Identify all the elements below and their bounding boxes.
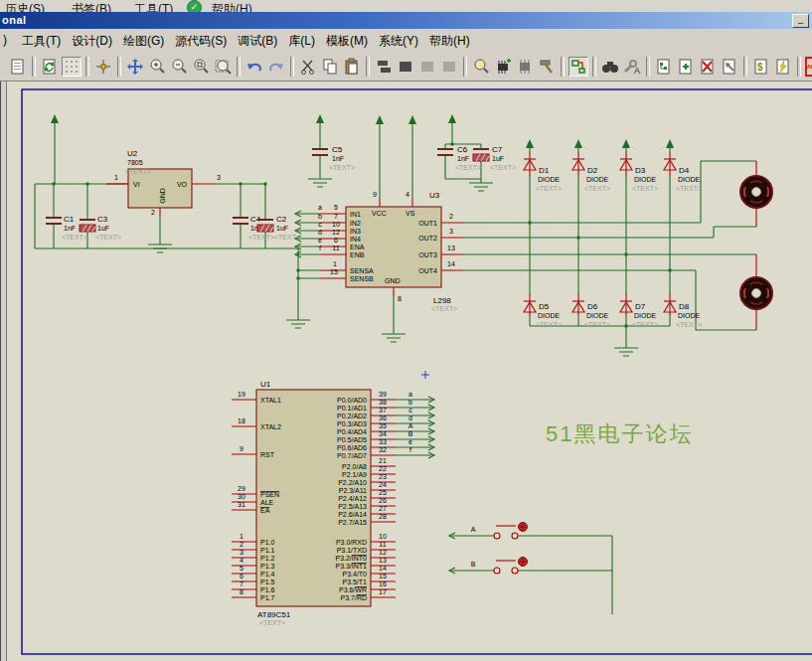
pin-name: IN3 — [350, 228, 361, 235]
goto-sheet-icon[interactable] — [720, 57, 739, 77]
pin-number: 2 — [449, 213, 453, 220]
power-arrow-icon[interactable] — [316, 114, 324, 126]
capacitor-icon[interactable] — [80, 220, 95, 232]
copy-icon[interactable] — [320, 57, 340, 77]
motor-icon[interactable] — [740, 277, 772, 309]
remove-sheet-icon[interactable] — [698, 57, 718, 77]
block-rotate-icon — [417, 57, 437, 77]
power-arrow-icon[interactable] — [51, 114, 59, 126]
menu-library[interactable]: 库(L) — [288, 33, 315, 50]
block-move-icon[interactable] — [396, 57, 415, 77]
capacitor-icon[interactable] — [46, 218, 62, 224]
pin-name: P0.7/AD7 — [337, 452, 367, 459]
property-assignment-icon[interactable]: A — [622, 57, 642, 77]
zoom-in-icon[interactable] — [147, 57, 167, 77]
cut-icon[interactable] — [298, 57, 318, 77]
wire-autorouter-icon[interactable] — [568, 57, 588, 77]
pick-device-icon[interactable] — [471, 57, 491, 77]
ref-label: D7 — [635, 302, 646, 311]
bill-of-materials-icon[interactable]: $ — [751, 57, 771, 77]
ground-icon[interactable] — [286, 320, 310, 328]
menu-design[interactable]: 设计(D) — [72, 33, 112, 50]
block-copy-icon[interactable] — [374, 57, 394, 77]
menu-tools[interactable]: 工具(T) — [22, 33, 61, 50]
menu-graph[interactable]: 绘图(G) — [123, 33, 164, 50]
motors[interactable] — [740, 176, 772, 309]
capacitor-icon[interactable] — [233, 218, 248, 224]
origin-icon[interactable] — [93, 57, 113, 77]
power-arrow-icon[interactable] — [526, 139, 534, 151]
zoom-all-icon[interactable] — [191, 57, 211, 77]
power-arrow-icon[interactable] — [574, 139, 582, 151]
diodes[interactable]: D1 DIODE <TEXT> D2 DIODE <TEXT> D3 DIODE… — [524, 159, 702, 328]
proteus-isis-window: 历史(S) 书签(B) 工具(T) 帮助(H) ✓ onal _ ) 工具(T)… — [0, 0, 812, 661]
menu-item-cut-fragment[interactable]: ) — [3, 33, 7, 47]
power-arrow-icon[interactable] — [622, 139, 630, 151]
make-device-icon[interactable] — [493, 57, 513, 77]
paste-icon[interactable] — [342, 57, 362, 77]
power-arrow-icon[interactable] — [376, 115, 384, 127]
zoom-out-icon[interactable] — [169, 57, 189, 77]
new-sheet-icon[interactable] — [676, 57, 696, 77]
zoom-area-icon[interactable] — [213, 57, 233, 77]
pin-name: P2.3/A11 — [339, 487, 367, 494]
component-c5[interactable]: C5 1nF <TEXT> — [312, 145, 355, 171]
net-label: f — [409, 446, 411, 453]
component-u3-l298[interactable]: U3 L298 <TEXT> VCC VS 9 4 GND 8 a 5 IN1 … — [318, 191, 457, 312]
ground-icon[interactable] — [614, 348, 638, 356]
pan-icon[interactable] — [125, 57, 145, 77]
title-bar[interactable]: onal _ — [0, 12, 812, 29]
browser-menu-tools[interactable]: 工具(T) — [134, 1, 173, 12]
power-arrow-icon[interactable] — [666, 139, 674, 151]
schematic-canvas[interactable]: U2 7805 <TEXT> VI VO GND 1 3 2 C1 1nF <T… — [0, 82, 812, 661]
packaging-tool-icon[interactable] — [515, 57, 535, 77]
capacitor-icon[interactable] — [312, 149, 328, 155]
pin-name: ALE — [260, 499, 274, 506]
browser-menu-bookmarks[interactable]: 书签(B) — [72, 1, 111, 12]
decompose-icon[interactable] — [537, 57, 557, 77]
redo-icon[interactable] — [266, 57, 286, 77]
pin-name: IN1 — [350, 211, 361, 218]
menu-debug[interactable]: 调试(B) — [238, 33, 277, 50]
schematic-sheet[interactable]: U2 7805 <TEXT> VI VO GND 1 3 2 C1 1nF <T… — [0, 82, 812, 661]
new-page-icon[interactable] — [8, 57, 28, 77]
pin-number: 35 — [379, 422, 387, 429]
minimize-button[interactable]: _ — [792, 14, 809, 28]
undo-icon[interactable] — [244, 57, 264, 77]
pin-name: P0.4/AD4 — [337, 428, 367, 435]
push-buttons[interactable]: A B — [471, 523, 528, 575]
netlist-to-ares-icon[interactable]: ARES — [805, 57, 812, 77]
menu-source[interactable]: 源代码(S) — [175, 33, 227, 50]
value-label: DIODE — [586, 312, 609, 319]
electrical-rule-check-icon[interactable] — [773, 57, 793, 77]
ground-icon[interactable] — [382, 334, 406, 342]
partial-icon — [0, 57, 6, 77]
capacitor-icon[interactable] — [473, 149, 489, 161]
capacitor-icon[interactable] — [437, 149, 453, 155]
pin-name: P3.2/INT0 — [335, 555, 367, 562]
text-placeholder: <TEXT> — [62, 234, 87, 241]
pin-number: 14 — [379, 565, 387, 572]
pin-name: XTAL2 — [260, 423, 281, 430]
motor-icon[interactable] — [740, 176, 772, 208]
menu-help[interactable]: 帮助(H) — [429, 33, 470, 50]
design-explorer-icon[interactable] — [654, 57, 674, 77]
redraw-icon[interactable] — [40, 57, 60, 77]
browser-menu-history[interactable]: 历史(S) — [5, 1, 45, 12]
search-tag-icon[interactable] — [600, 57, 620, 77]
power-arrow-icon[interactable] — [408, 115, 416, 127]
component-u1-at89c51[interactable]: U1 AT89C51 <TEXT> 19 XTAL1 18 XTAL2 9 RS… — [238, 380, 387, 626]
ground-icon[interactable] — [469, 183, 493, 191]
component-u2-7805[interactable]: U2 7805 <TEXT> VI VO GND 1 3 2 — [114, 149, 221, 216]
menu-template[interactable]: 模板(M) — [326, 33, 368, 50]
pin-number: 33 — [379, 438, 387, 445]
origin-marker-icon — [421, 371, 429, 379]
grid-toggle-icon[interactable] — [62, 57, 81, 77]
pin-number: 30 — [238, 493, 245, 500]
ground-icon[interactable] — [308, 179, 332, 187]
browser-menu-help[interactable]: 帮助(H) — [212, 1, 252, 12]
pin-number: 26 — [379, 497, 387, 504]
menu-system[interactable]: 系统(Y) — [379, 33, 418, 50]
power-arrow-icon[interactable] — [448, 114, 456, 126]
pin-number: 5 — [334, 204, 338, 211]
